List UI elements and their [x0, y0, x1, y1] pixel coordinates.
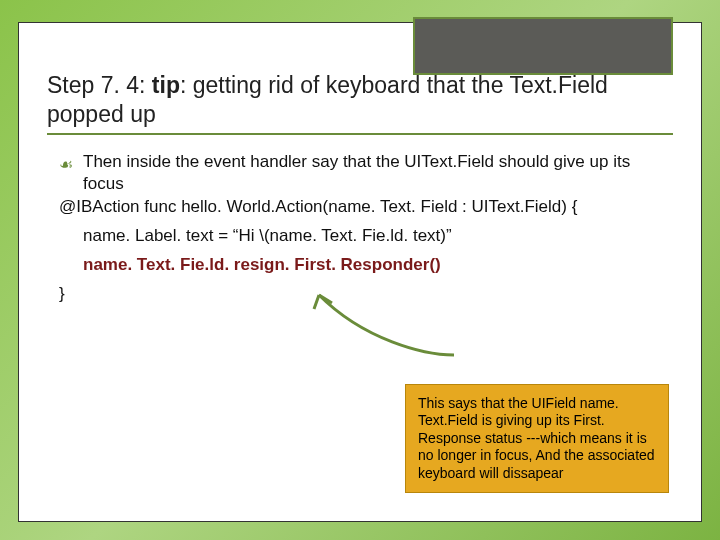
callout-text: This says that the UIField name. Text.Fi… [418, 395, 655, 481]
code-line-2: name. Label. text = “Hi \(name. Text. Fi… [59, 225, 673, 248]
code-line-1: @IBAction func hello. World.Action(name.… [59, 196, 673, 219]
title-step: Step 7. 4: [47, 72, 152, 98]
slide-card: Step 7. 4: tip: getting rid of keyboard … [18, 22, 702, 522]
corner-decoration [413, 17, 673, 75]
bullet-line: ☙ Then inside the event handler say that… [59, 151, 673, 197]
title-underline [47, 133, 673, 135]
slide-title: Step 7. 4: tip: getting rid of keyboard … [47, 71, 673, 129]
leaf-bullet-icon: ☙ [59, 154, 73, 176]
code-close-brace: } [59, 283, 673, 306]
slide-content: ☙ Then inside the event handler say that… [47, 151, 673, 307]
code-line-3: name. Text. Fie.ld. resign. First. Respo… [59, 254, 673, 277]
title-tip-word: tip [152, 72, 180, 98]
callout-box: This says that the UIField name. Text.Fi… [405, 384, 669, 494]
bullet-text: Then inside the event handler say that t… [83, 152, 630, 194]
